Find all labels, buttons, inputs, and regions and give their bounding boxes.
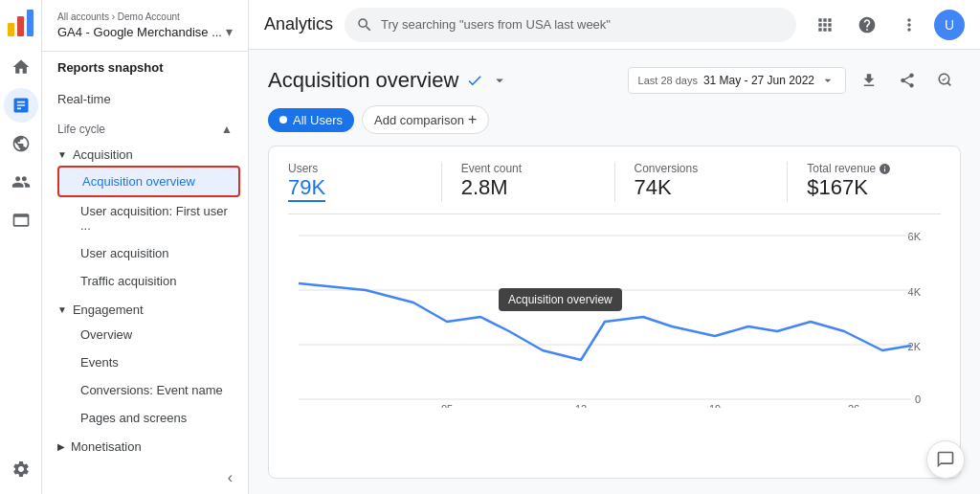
metric-conversions[interactable]: Conversions 74K	[615, 162, 789, 202]
metric-users-value: 79K	[288, 175, 325, 202]
svg-text:4K: 4K	[908, 286, 922, 298]
monetisation-label: Monetisation	[71, 439, 142, 454]
svg-text:19: 19	[709, 403, 721, 408]
svg-text:12: 12	[575, 403, 587, 408]
configure-nav-icon[interactable]	[4, 203, 38, 237]
realtime-label: Real-time	[57, 92, 111, 106]
acquisition-section-header[interactable]: ▼ Acquisition	[50, 140, 248, 166]
segment-label: All Users	[293, 113, 343, 127]
metric-revenue-label-row: Total revenue	[807, 162, 941, 175]
sidebar-item-traffic-acquisition[interactable]: Traffic acquisition	[50, 267, 248, 295]
acquisition-label: Acquisition	[73, 147, 133, 162]
lifecycle-section-header[interactable]: Life cycle ▲	[42, 115, 248, 140]
reports-nav-icon[interactable]	[4, 88, 38, 123]
engagement-expand-icon: ▼	[57, 304, 67, 315]
date-range-value: 31 May - 27 Jun 2022	[703, 74, 814, 87]
more-icon-btn[interactable]	[892, 8, 926, 42]
sidebar-item-user-acquisition[interactable]: User acquisition	[50, 239, 248, 267]
sidebar-item-overview[interactable]: Overview	[50, 321, 248, 348]
app-title: Analytics	[264, 14, 333, 34]
date-range-label: Last 28 days	[638, 75, 698, 86]
metric-users[interactable]: Users 79K	[288, 162, 442, 202]
more-vert-icon	[900, 15, 919, 34]
audience-nav-icon[interactable]	[4, 165, 38, 199]
date-controls: Last 28 days 31 May - 27 Jun 2022	[628, 65, 961, 96]
tooltip-label: Acquisition overview	[508, 293, 612, 306]
segment-dot	[279, 116, 287, 124]
account-selector[interactable]: GA4 - Google Merchandise ... ▾	[57, 24, 233, 39]
page-body: Acquisition overview Last 28 days 31 May…	[249, 50, 980, 494]
icon-rail	[0, 0, 42, 494]
svg-rect-0	[8, 23, 14, 36]
lifecycle-chevron-icon: ▲	[221, 123, 233, 136]
account-name: GA4 - Google Merchandise ...	[57, 25, 222, 39]
user-acquisition-label: User acquisition	[80, 246, 169, 260]
sidebar-item-conversions-event[interactable]: Conversions: Event name	[50, 376, 248, 404]
search-placeholder: Try searching "users from USA last week"	[381, 17, 611, 32]
explore-nav-icon[interactable]	[4, 126, 38, 161]
main-content: Analytics Try searching "users from USA …	[249, 0, 980, 494]
apps-icon	[815, 15, 835, 34]
settings-nav-icon[interactable]	[4, 452, 38, 486]
search-bar[interactable]: Try searching "users from USA last week"	[345, 8, 796, 42]
insights-icon	[937, 72, 954, 89]
sidebar-header: All accounts › Demo Account GA4 - Google…	[42, 4, 248, 52]
add-comparison-button[interactable]: Add comparison +	[362, 105, 489, 134]
search-icon	[356, 16, 373, 34]
acquisition-overview-label: Acquisition overview	[82, 174, 195, 189]
home-nav-icon[interactable]	[4, 50, 38, 84]
help-icon-btn[interactable]	[850, 8, 884, 42]
metric-event-count-value: 2.8M	[461, 175, 595, 200]
monetisation-section-header[interactable]: ▶ Monetisation	[42, 432, 248, 458]
svg-text:6K: 6K	[908, 231, 922, 242]
metric-event-count-label: Event count	[461, 162, 595, 175]
sidebar-item-realtime[interactable]: Real-time	[42, 83, 248, 115]
metric-event-count[interactable]: Event count 2.8M	[442, 162, 615, 202]
breadcrumb: All accounts › Demo Account	[57, 11, 233, 22]
metric-revenue-value: $167K	[807, 175, 941, 200]
svg-rect-1	[17, 16, 24, 36]
apps-icon-btn[interactable]	[808, 8, 842, 42]
events-label: Events	[80, 355, 119, 370]
metrics-chart-panel: Acquisition overview Users 79K Event cou…	[268, 146, 961, 479]
metric-conversions-label: Conversions	[635, 162, 768, 175]
pages-screens-label: Pages and screens	[80, 411, 187, 425]
sidebar-item-user-acquisition-first[interactable]: User acquisition: First user ...	[50, 197, 248, 239]
svg-text:26: 26	[848, 403, 859, 408]
app-header: Analytics Try searching "users from USA …	[249, 0, 980, 50]
sidebar-item-pages-screens[interactable]: Pages and screens	[50, 404, 248, 432]
sidebar: All accounts › Demo Account GA4 - Google…	[42, 0, 249, 494]
reports-snapshot-label: Reports snapshot	[57, 60, 164, 75]
share-icon	[899, 72, 916, 89]
all-users-chip[interactable]: All Users	[268, 108, 354, 132]
insights-icon-btn[interactable]	[930, 65, 961, 96]
traffic-acquisition-label: Traffic acquisition	[80, 274, 176, 288]
share-icon-btn[interactable]	[892, 65, 923, 96]
metric-revenue-label: Total revenue	[807, 162, 876, 175]
engagement-section-header[interactable]: ▼ Engagement	[50, 295, 248, 321]
export-icon-btn[interactable]	[854, 65, 884, 96]
date-range-picker[interactable]: Last 28 days 31 May - 27 Jun 2022	[628, 67, 846, 94]
sidebar-item-acquisition-overview[interactable]: Acquisition overview	[57, 166, 240, 197]
conversions-event-label: Conversions: Event name	[80, 383, 223, 397]
metrics-row: Users 79K Event count 2.8M Conversions 7…	[288, 162, 941, 214]
add-icon: +	[468, 111, 477, 128]
user-avatar[interactable]: U	[934, 10, 965, 40]
sidebar-item-reports-snapshot[interactable]: Reports snapshot	[42, 52, 248, 83]
collapse-icon: ‹	[228, 469, 233, 486]
svg-rect-2	[27, 10, 33, 36]
metric-conversions-value: 74K	[635, 175, 768, 200]
app-logo[interactable]	[6, 8, 36, 38]
svg-text:0: 0	[915, 393, 921, 405]
acquisition-expand-icon: ▼	[57, 149, 67, 160]
sidebar-collapse-button[interactable]: ‹	[42, 458, 248, 494]
metric-revenue[interactable]: Total revenue $167K	[788, 162, 941, 202]
export-icon	[860, 72, 878, 89]
page-title: Acquisition overview	[268, 68, 458, 93]
chat-fab-button[interactable]	[926, 440, 965, 479]
page-title-chevron-icon[interactable]	[491, 72, 508, 89]
sidebar-item-events[interactable]: Events	[50, 348, 248, 376]
help-icon	[858, 15, 877, 34]
lifecycle-label: Life cycle	[57, 123, 105, 136]
acquisition-tooltip: Acquisition overview	[499, 288, 622, 311]
